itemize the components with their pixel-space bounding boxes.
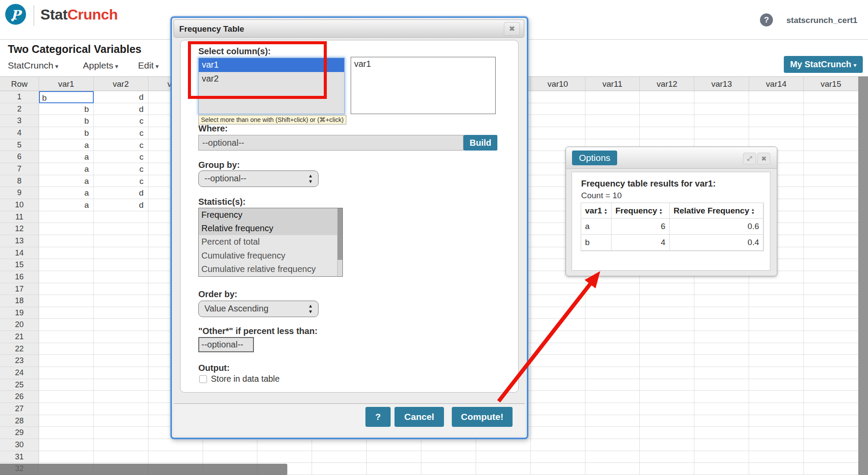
row-number[interactable]: 6 bbox=[0, 151, 39, 163]
cell-var11-row4[interactable] bbox=[585, 127, 640, 139]
cell-var2-row4[interactable]: c bbox=[94, 127, 148, 139]
cell-var10-row28[interactable] bbox=[531, 415, 585, 427]
cell-var14-row30[interactable] bbox=[749, 439, 804, 451]
cell-var10-row30[interactable] bbox=[531, 439, 585, 451]
cell-var5-row31[interactable] bbox=[257, 451, 312, 463]
cell-var2-row23[interactable] bbox=[94, 355, 148, 367]
scrollbar-thumb[interactable] bbox=[338, 208, 342, 260]
cell-var8-row31[interactable] bbox=[421, 451, 476, 463]
cell-var11-row28[interactable] bbox=[585, 415, 640, 427]
cell-var10-row32[interactable] bbox=[531, 463, 585, 475]
cell-var13-row31[interactable] bbox=[694, 451, 749, 463]
my-statcrunch-button[interactable]: My StatCrunch▾ bbox=[784, 56, 863, 73]
cell-var15-row8[interactable] bbox=[804, 175, 858, 187]
cell-var12-row19[interactable] bbox=[640, 307, 694, 319]
cell-var1-row31[interactable] bbox=[39, 451, 94, 463]
cell-var15-row5[interactable] bbox=[804, 139, 858, 151]
cell-var1-row6[interactable]: a bbox=[39, 151, 94, 163]
cell-var2-row28[interactable] bbox=[94, 415, 148, 427]
cell-var12-row17[interactable] bbox=[640, 283, 694, 295]
statistic-option[interactable]: Cumulative frequency bbox=[199, 249, 342, 262]
cell-var15-row24[interactable] bbox=[804, 367, 858, 379]
row-number[interactable]: 1 bbox=[0, 91, 39, 103]
cell-var15-row27[interactable] bbox=[804, 403, 858, 415]
where-input[interactable]: --optional-- bbox=[198, 135, 464, 151]
cell-var7-row31[interactable] bbox=[367, 451, 421, 463]
column-header-var11[interactable]: var11 bbox=[585, 76, 640, 91]
cell-var2-row24[interactable] bbox=[94, 367, 148, 379]
cell-var11-row32[interactable] bbox=[585, 463, 640, 475]
cell-var1-row18[interactable] bbox=[39, 295, 94, 307]
cell-var12-row28[interactable] bbox=[640, 415, 694, 427]
cell-var12-row20[interactable] bbox=[640, 319, 694, 331]
row-number[interactable]: 16 bbox=[0, 271, 39, 283]
cell-var15-row6[interactable] bbox=[804, 151, 858, 163]
row-number[interactable]: 22 bbox=[0, 343, 39, 355]
cell-var2-row12[interactable] bbox=[94, 223, 148, 235]
row-number[interactable]: 23 bbox=[0, 355, 39, 367]
options-button[interactable]: Options bbox=[572, 151, 617, 165]
cell-var15-row23[interactable] bbox=[804, 355, 858, 367]
row-number[interactable]: 25 bbox=[0, 379, 39, 391]
row-number[interactable]: 20 bbox=[0, 319, 39, 331]
row-number[interactable]: 13 bbox=[0, 235, 39, 247]
row-number[interactable]: 21 bbox=[0, 331, 39, 343]
username[interactable]: statscrunch_cert1 bbox=[786, 16, 858, 25]
row-number[interactable]: 24 bbox=[0, 367, 39, 379]
cell-var11-row24[interactable] bbox=[585, 367, 640, 379]
cell-var13-row24[interactable] bbox=[694, 367, 749, 379]
cell-var14-row3[interactable] bbox=[749, 115, 804, 127]
cell-var2-row9[interactable]: d bbox=[94, 187, 148, 199]
cell-var12-row26[interactable] bbox=[640, 391, 694, 403]
dialog-titlebar[interactable]: Frequency Table ✖ bbox=[174, 20, 524, 38]
cell-var15-row20[interactable] bbox=[804, 319, 858, 331]
row-number[interactable]: 26 bbox=[0, 391, 39, 403]
cell-var10-row29[interactable] bbox=[531, 427, 585, 439]
column-header-var2[interactable]: var2 bbox=[94, 76, 148, 91]
cell-var15-row11[interactable] bbox=[804, 211, 858, 223]
expand-icon[interactable]: ⤢ bbox=[743, 153, 756, 164]
cell-var9-row30[interactable] bbox=[476, 439, 531, 451]
cell-var10-row26[interactable] bbox=[531, 391, 585, 403]
cell-var10-row4[interactable] bbox=[531, 127, 585, 139]
cell-var1-row13[interactable] bbox=[39, 235, 94, 247]
cell-var1-row5[interactable]: a bbox=[39, 139, 94, 151]
cell-var2-row18[interactable] bbox=[94, 295, 148, 307]
cell-var12-row30[interactable] bbox=[640, 439, 694, 451]
cell-var11-row2[interactable] bbox=[585, 103, 640, 115]
cell-var6-row32[interactable] bbox=[312, 463, 367, 475]
cell-var11-row22[interactable] bbox=[585, 343, 640, 355]
cell-var1-row10[interactable]: a bbox=[39, 199, 94, 211]
cell-var1-row23[interactable] bbox=[39, 355, 94, 367]
cell-var13-row25[interactable] bbox=[694, 379, 749, 391]
menu-statcrunch[interactable]: StatCrunch▾ bbox=[8, 60, 59, 71]
cell-var1-row22[interactable] bbox=[39, 343, 94, 355]
cell-var1-row29[interactable] bbox=[39, 427, 94, 439]
row-number[interactable]: 8 bbox=[0, 175, 39, 187]
cell-var12-row32[interactable] bbox=[640, 463, 694, 475]
cell-var1-row4[interactable]: b bbox=[39, 127, 94, 139]
cell-var13-row4[interactable] bbox=[694, 127, 749, 139]
row-number[interactable]: 19 bbox=[0, 307, 39, 319]
order-by-select[interactable]: Value Ascending ▲▼ bbox=[198, 301, 319, 317]
column-option-var1[interactable]: var1 bbox=[199, 58, 344, 72]
chosen-columns-box[interactable]: var1 bbox=[351, 57, 496, 114]
cell-var7-row32[interactable] bbox=[367, 463, 421, 475]
statistic-option[interactable]: Cumulative relative frequency bbox=[199, 262, 342, 276]
cell-var11-row19[interactable] bbox=[585, 307, 640, 319]
cell-var14-row19[interactable] bbox=[749, 307, 804, 319]
row-number[interactable]: 18 bbox=[0, 295, 39, 307]
cell-var8-row30[interactable] bbox=[421, 439, 476, 451]
cell-var15-row14[interactable] bbox=[804, 247, 858, 259]
cell-var15-row32[interactable] bbox=[804, 463, 858, 475]
row-number[interactable]: 12 bbox=[0, 223, 39, 235]
close-icon[interactable]: ✖ bbox=[504, 22, 520, 36]
cell-var9-row32[interactable] bbox=[476, 463, 531, 475]
cell-var2-row21[interactable] bbox=[94, 331, 148, 343]
row-number[interactable]: 14 bbox=[0, 247, 39, 259]
cell-var10-row21[interactable] bbox=[531, 331, 585, 343]
cell-var13-row19[interactable] bbox=[694, 307, 749, 319]
cell-var13-row2[interactable] bbox=[694, 103, 749, 115]
group-by-select[interactable]: --optional-- ▲▼ bbox=[198, 170, 319, 187]
cell-var8-row32[interactable] bbox=[421, 463, 476, 475]
